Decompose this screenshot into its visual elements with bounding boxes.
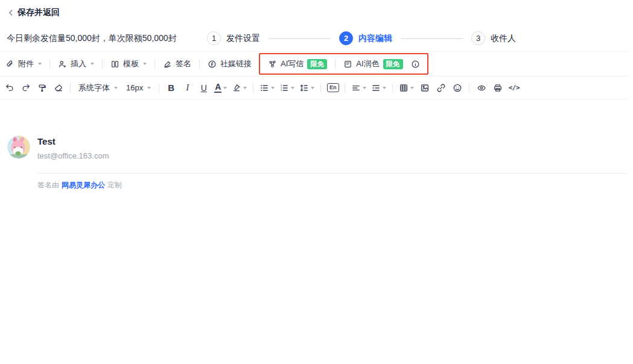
redo-button[interactable] [17,80,34,96]
step-content-edit[interactable]: 2 内容编辑 [339,31,392,45]
format-painter-button[interactable] [34,80,50,96]
ordered-list-icon: 123 [279,83,289,93]
step-label: 收件人 [491,33,516,44]
ai-write-label: AI写信 [281,58,304,69]
insert-button[interactable]: 插入 [54,55,98,72]
step-connector [269,38,331,39]
line-height-button[interactable] [297,80,317,96]
ai-polish-label: AI润色 [356,58,379,69]
italic-button[interactable]: I [179,80,196,96]
signature-block: Test test@office.163.com [7,136,628,160]
step-recipients[interactable]: 3 收件人 [471,31,516,45]
clear-format-button[interactable] [50,80,66,96]
template-label: 模板 [123,58,139,69]
quota-stepper-row: 今日剩余发信量50,000封，单次限额50,000封 1 发件设置 2 内容编辑… [0,25,628,52]
social-links-button[interactable]: 社媒链接 [203,55,256,72]
divider [469,83,469,93]
chevron-down-icon [410,87,414,89]
link-button[interactable] [433,80,449,96]
bullet-list-icon [259,83,269,93]
attachment-label: 附件 [18,58,34,69]
free-badge: 限免 [383,59,403,69]
emoji-button[interactable] [449,80,465,96]
link-icon [436,83,446,93]
emoji-icon [453,83,462,93]
format-toolbar: 系统字体 16px B I U A 123 En [0,77,628,99]
chevron-down-icon [383,87,386,89]
facebook-circle-icon [208,60,217,69]
code-view-button[interactable]: </> [506,80,522,96]
code-glyph: </> [509,84,520,92]
eye-icon [477,83,486,93]
svg-text:3: 3 [281,89,282,92]
sender-info: Test test@office.163.com [37,136,109,160]
case-toggle-button[interactable]: En [325,80,341,96]
divider [49,59,50,69]
ai-info-button[interactable] [407,56,424,72]
paperclip-icon [5,60,14,69]
align-left-icon [351,83,361,93]
image-icon [420,83,430,93]
font-color-button[interactable]: A [212,80,229,96]
sender-email: test@office.163.com [37,151,109,160]
font-color-glyph: A [214,83,221,93]
printer-icon [493,83,503,93]
undo-button[interactable] [1,80,17,96]
ordered-list-button[interactable]: 123 [277,80,297,96]
insert-label: 插入 [71,58,86,69]
chevron-down-icon [271,87,275,89]
signature-footer: 签名由 网易灵犀办公 定制 [37,180,628,190]
divider [253,83,253,93]
bold-button[interactable]: B [163,80,179,96]
divider [199,59,200,69]
redo-icon [21,83,31,93]
signature-suffix: 定制 [107,180,122,190]
indent-button[interactable] [369,80,389,96]
eraser-icon [54,83,63,93]
compose-stepper: 1 发件设置 2 内容编辑 3 收件人 [207,25,516,51]
signature-divider [37,173,628,174]
divider [335,59,336,69]
divider [70,83,71,93]
person-plus-icon [58,60,67,69]
underline-button[interactable]: U [196,80,212,96]
compose-toolbar: 附件 插入 模板 签名 社媒链接 AI写 [0,52,628,77]
lingxi-office-link[interactable]: 网易灵犀办公 [62,180,105,190]
attachment-button[interactable]: 附件 [1,55,46,72]
template-button[interactable]: 模板 [106,55,151,72]
bold-glyph: B [168,83,174,93]
signature-label: 签名 [176,58,191,69]
format-painter-icon [37,83,47,93]
print-button[interactable] [489,80,506,96]
font-family-value: 系统字体 [78,83,110,93]
font-size-value: 16px [126,83,143,92]
image-button[interactable] [416,80,433,96]
divider [159,83,159,93]
highlight-icon [232,83,241,93]
step-send-settings[interactable]: 1 发件设置 [207,31,260,45]
signature-prefix: 签名由 [37,180,59,190]
highlight-color-button[interactable] [229,80,249,96]
divider [345,83,345,93]
font-size-select[interactable]: 16px [122,80,155,96]
ai-write-button[interactable]: AI写信 限免 [264,55,331,72]
preview-button[interactable] [473,80,489,96]
signature-pen-icon [163,60,172,69]
undo-icon [5,83,14,93]
line-height-icon [299,83,309,93]
avatar [7,136,30,158]
ai-polish-button[interactable]: AI润色 限免 [339,55,407,72]
table-button[interactable] [396,80,416,96]
page-header: 保存并返回 [0,0,633,25]
send-quota-text: 今日剩余发信量50,000封，单次限额50,000封 [7,33,177,44]
signature-button[interactable]: 签名 [159,55,196,72]
bullet-list-button[interactable] [257,80,277,96]
divider [320,83,321,93]
editor-body[interactable]: Test test@office.163.com 签名由 网易灵犀办公 定制 [0,136,628,190]
align-button[interactable] [349,80,369,96]
save-and-return-button[interactable]: 保存并返回 [7,7,60,18]
font-family-select[interactable]: 系统字体 [74,80,122,96]
chevron-down-icon [311,87,314,89]
divider [154,59,155,69]
indent-icon [371,83,381,93]
